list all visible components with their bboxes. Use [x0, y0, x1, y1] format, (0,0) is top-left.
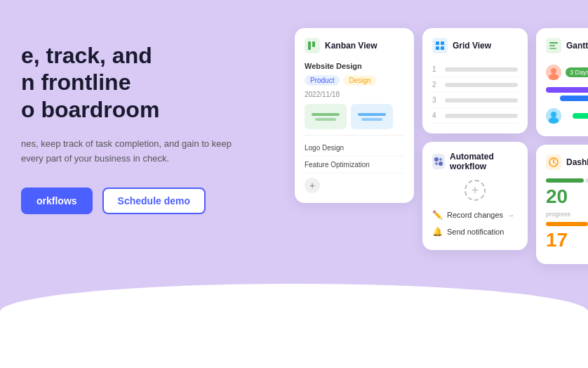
- grid-row-3: 3: [432, 93, 518, 108]
- kanban-tags: Product Design: [305, 75, 404, 86]
- kanban-header: Kanban View: [305, 38, 404, 53]
- kanban-title: Kanban View: [325, 41, 377, 51]
- kanban-task3: Feature Optimization: [305, 157, 404, 173]
- grid-bar-4: [445, 114, 518, 118]
- mini-card-blue: [351, 104, 393, 129]
- dash-seg-gray: [585, 178, 588, 183]
- grid-header: Grid View: [432, 38, 518, 53]
- kanban-add-btn[interactable]: +: [305, 178, 320, 193]
- mini-card-green: [305, 104, 347, 129]
- workflow-header: Automated workflow: [432, 152, 518, 171]
- svg-point-17: [551, 112, 556, 117]
- avatar-female: [546, 65, 561, 80]
- gantt-row-1: 3 Days: [546, 62, 588, 83]
- grid-row-4: 4: [432, 108, 518, 124]
- dashboard-num2: 17: [546, 229, 588, 251]
- page-wrapper: e, track, and n frontline o boardroom ne…: [0, 0, 588, 368]
- gantt-title: Gantt View: [566, 41, 588, 51]
- grid-icon: [432, 38, 448, 53]
- gantt-icon: [546, 38, 561, 53]
- mini-cards: [305, 104, 404, 129]
- gantt-bar-blue: [560, 96, 588, 101]
- arrow-icon: →: [507, 211, 514, 219]
- grid-workflow-column: Grid View 1 2 3 4: [422, 28, 528, 250]
- svg-rect-3: [441, 41, 444, 45]
- dash-label-1: progress: [546, 211, 588, 218]
- svg-point-8: [435, 162, 438, 165]
- divider: [305, 135, 404, 136]
- grid-row-1: 1: [432, 62, 518, 77]
- dash-seg-orange: [546, 222, 588, 226]
- dash-bar-row-1: [546, 178, 588, 183]
- gantt-bars: [546, 87, 588, 101]
- svg-rect-11: [549, 45, 555, 46]
- workflow-title: Automated workflow: [450, 152, 518, 171]
- kanban-icon: [305, 38, 320, 53]
- workflow-card: Automated workflow + ✏️ Record changes →…: [422, 142, 528, 250]
- product-tag: Product: [305, 75, 340, 86]
- svg-rect-2: [436, 41, 439, 45]
- grid-bar-1: [445, 67, 518, 72]
- dashboard-icon: [546, 155, 561, 170]
- gantt-days-badge: 3 Days: [566, 67, 588, 77]
- svg-rect-1: [312, 41, 315, 47]
- hero-title: e, track, and n frontline o boardroom: [21, 42, 274, 123]
- workflow-add-btn[interactable]: +: [465, 180, 486, 201]
- gantt-dashboard-column: Gantt View 3 Days: [536, 28, 588, 264]
- gantt-row-2: [546, 105, 588, 126]
- hero-subtitle: nes, keep track of task completion, and …: [21, 137, 239, 166]
- workflow-icon: [432, 154, 445, 169]
- gantt-bar-green: [573, 113, 588, 119]
- right-panel: Kanban View Website Design Product Desig…: [274, 28, 588, 368]
- workflow-item-1: ✏️ Record changes →: [432, 206, 518, 223]
- kanban-task1: Website Design: [305, 62, 404, 70]
- dashboard-header: Dashboard: [546, 155, 588, 170]
- design-tag: Design: [343, 75, 376, 86]
- grid-card: Grid View 1 2 3 4: [422, 28, 528, 133]
- svg-point-14: [551, 68, 556, 74]
- svg-point-7: [439, 158, 442, 161]
- grid-row-2: 2: [432, 77, 518, 93]
- cta-buttons: orkflows Schedule demo: [21, 188, 274, 214]
- grid-bar-3: [445, 98, 518, 103]
- avatar-male: [546, 108, 561, 124]
- svg-rect-12: [549, 48, 556, 49]
- svg-point-6: [434, 157, 439, 162]
- bell-icon: 🔔: [432, 227, 443, 237]
- grid-bar-2: [445, 83, 518, 87]
- schedule-demo-button[interactable]: Schedule demo: [102, 188, 206, 214]
- svg-point-9: [439, 162, 443, 166]
- dash-seg-green: [546, 178, 584, 183]
- pencil-icon: ✏️: [432, 210, 443, 220]
- workflows-button[interactable]: orkflows: [21, 188, 93, 214]
- dashboard-card: Dashboard 20 progress 17: [536, 145, 588, 264]
- left-panel: e, track, and n frontline o boardroom ne…: [21, 28, 274, 368]
- kanban-task2: Logo Design: [305, 140, 404, 157]
- dashboard-title: Dashboard: [566, 157, 588, 167]
- dashboard-num1: 20: [546, 185, 588, 208]
- svg-rect-4: [436, 46, 439, 50]
- kanban-column: Kanban View Website Design Product Desig…: [295, 28, 414, 203]
- svg-rect-5: [441, 46, 444, 50]
- svg-rect-10: [549, 42, 558, 44]
- grid-title: Grid View: [453, 41, 491, 51]
- gantt-card: Gantt View 3 Days: [536, 28, 588, 136]
- gantt-bar-purple: [546, 87, 588, 93]
- dash-bar-row-2: [546, 222, 588, 226]
- svg-rect-0: [308, 41, 311, 50]
- workflow-item-2: 🔔 Send notification: [432, 223, 518, 240]
- kanban-card: Kanban View Website Design Product Desig…: [295, 28, 414, 203]
- gantt-header: Gantt View: [546, 38, 588, 53]
- kanban-date: 2022/11/18: [305, 91, 404, 98]
